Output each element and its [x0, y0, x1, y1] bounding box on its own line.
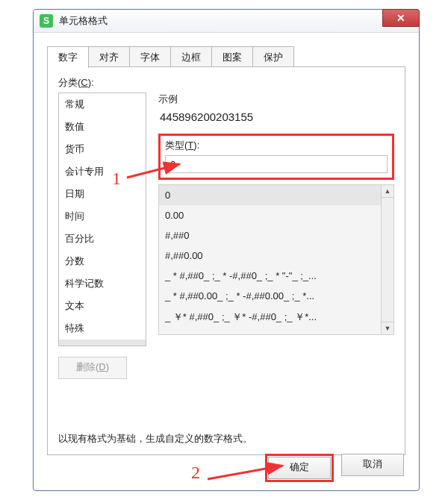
- scroll-up-icon[interactable]: ▲: [382, 185, 393, 198]
- category-label: 分类(C):: [58, 76, 394, 90]
- cat-general[interactable]: 常规: [59, 93, 146, 116]
- titlebar: S 单元格格式 ✕: [34, 10, 419, 33]
- fmt-item-2[interactable]: #,##0: [159, 225, 382, 246]
- format-scrollbar[interactable]: ▲ ▼: [381, 185, 393, 334]
- example-value: 445896200203155: [160, 110, 394, 123]
- scroll-down-icon[interactable]: ▼: [382, 322, 393, 334]
- cat-custom[interactable]: 自定义: [59, 340, 146, 346]
- fmt-item-6[interactable]: _ ￥* #,##0_ ;_ ￥* -#,##0_ ;_ ￥*...: [159, 306, 382, 328]
- close-button[interactable]: ✕: [382, 9, 420, 27]
- format-list[interactable]: 0 0.00 #,##0 #,##0.00 _ * #,##0_ ;_ * -#…: [158, 184, 394, 335]
- right-column: 示例 445896200203155 类型(T): 0 0.00 #,##0: [158, 93, 394, 346]
- category-list[interactable]: 常规 数值 货币 会计专用 日期 时间 百分比 分数 科学记数 文本 特殊 自定…: [58, 93, 146, 346]
- tab-border[interactable]: 边框: [170, 46, 212, 67]
- app-icon: S: [40, 14, 53, 28]
- fmt-item-0[interactable]: 0: [159, 185, 382, 205]
- annotation-box-2: 确定: [265, 454, 334, 482]
- tab-panel-number: 分类(C): 常规 数值 货币 会计专用 日期 时间 百分比 分数 科学记数 文: [47, 67, 405, 455]
- cat-scientific[interactable]: 科学记数: [59, 272, 146, 295]
- cat-text[interactable]: 文本: [59, 295, 146, 317]
- fmt-item-5[interactable]: _ * #,##0.00_ ;_ * -#,##0.00_ ;_ *...: [159, 286, 382, 306]
- cat-accounting[interactable]: 会计专用: [59, 160, 146, 183]
- cat-fraction[interactable]: 分数: [59, 250, 146, 272]
- cat-time[interactable]: 时间: [59, 205, 146, 228]
- fmt-item-1[interactable]: 0.00: [159, 205, 382, 225]
- annotation-box-1: 类型(T):: [158, 134, 394, 180]
- type-label: 类型(T):: [165, 139, 388, 152]
- delete-button: 删除(D): [58, 357, 127, 379]
- cat-number[interactable]: 数值: [59, 116, 146, 138]
- window-title: 单元格格式: [59, 14, 108, 28]
- cat-currency[interactable]: 货币: [59, 138, 146, 160]
- cat-date[interactable]: 日期: [59, 183, 146, 205]
- ok-button[interactable]: 确定: [268, 457, 331, 479]
- tab-strip: 数字 对齐 字体 边框 图案 保护: [47, 46, 405, 67]
- tab-number[interactable]: 数字: [47, 46, 89, 68]
- tab-pattern[interactable]: 图案: [211, 46, 253, 67]
- close-icon: ✕: [396, 13, 405, 23]
- dialog-button-row: 确定 取消: [265, 454, 404, 482]
- type-input[interactable]: [165, 155, 388, 173]
- tab-font[interactable]: 字体: [129, 46, 171, 67]
- cell-format-dialog: S 单元格格式 ✕ 数字 对齐 字体 边框 图案 保护 分类(C):: [33, 9, 420, 491]
- tab-protect[interactable]: 保护: [252, 46, 294, 67]
- fmt-item-4[interactable]: _ * #,##0_ ;_ * -#,##0_ ;_ * "-"_ ;_...: [159, 266, 382, 286]
- fmt-item-3[interactable]: #,##0.00: [159, 246, 382, 266]
- cat-percent[interactable]: 百分比: [59, 228, 146, 250]
- cat-special[interactable]: 特殊: [59, 317, 146, 340]
- tab-align[interactable]: 对齐: [88, 46, 130, 67]
- example-label: 示例: [158, 93, 394, 106]
- hint-text: 以现有格式为基础，生成自定义的数字格式。: [58, 432, 252, 446]
- cancel-button[interactable]: 取消: [341, 454, 404, 476]
